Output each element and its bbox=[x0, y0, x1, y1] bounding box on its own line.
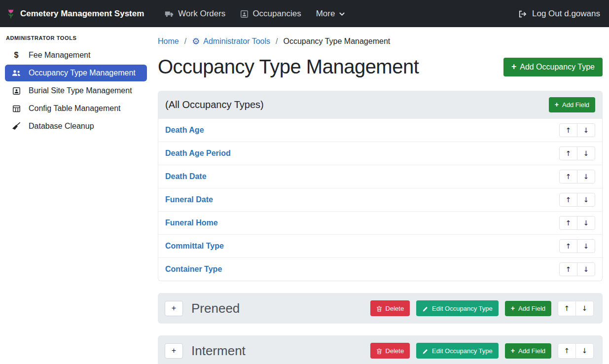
delete-button[interactable]: Delete bbox=[370, 343, 410, 358]
move-down-button[interactable]: ↓ bbox=[575, 343, 594, 359]
field-row: Container Type ↑ ↓ bbox=[158, 258, 602, 281]
truck-icon bbox=[165, 9, 174, 19]
button-label: Add Field bbox=[518, 305, 545, 312]
reorder-button-group: ↑ ↓ bbox=[559, 123, 595, 137]
add-occupancy-type-button[interactable]: + Add Occupancy Type bbox=[503, 58, 603, 76]
down-arrow-icon: ↓ bbox=[583, 127, 589, 134]
expand-button[interactable]: + bbox=[165, 343, 183, 359]
move-down-button[interactable]: ↓ bbox=[577, 216, 595, 230]
sidebar: ADMINISTRATOR TOOLS $ Fee Management Occ… bbox=[0, 27, 152, 364]
breadcrumb-admin-tools-link[interactable]: ⚙ Administrator Tools bbox=[192, 37, 270, 46]
move-down-button[interactable]: ↓ bbox=[577, 239, 595, 253]
reorder-button-group: ↑ ↓ bbox=[559, 146, 595, 160]
field-link[interactable]: Container Type bbox=[165, 265, 222, 274]
sidebar-heading: ADMINISTRATOR TOOLS bbox=[0, 30, 152, 46]
field-row: Funeral Home ↑ ↓ bbox=[158, 212, 602, 235]
logout-label: Log Out d.gowans bbox=[532, 9, 600, 19]
button-label: Delete bbox=[386, 305, 404, 312]
logout-icon bbox=[518, 9, 528, 19]
sidebar-item-label: Config Table Management bbox=[29, 104, 121, 113]
breadcrumb-separator: / bbox=[184, 37, 186, 46]
trash-icon bbox=[376, 347, 382, 354]
occupancy-type-section-preneed: + Preneed Delete bbox=[158, 293, 603, 324]
nav-label: Work Orders bbox=[178, 9, 225, 19]
down-arrow-icon: ↓ bbox=[582, 305, 588, 312]
plus-icon: + bbox=[555, 101, 559, 108]
move-up-button[interactable]: ↑ bbox=[559, 123, 577, 137]
move-up-button[interactable]: ↑ bbox=[559, 239, 577, 253]
app-root: Cemetery Management System Work Orders bbox=[0, 0, 609, 364]
move-up-button[interactable]: ↑ bbox=[558, 301, 576, 316]
breadcrumb-separator: / bbox=[276, 37, 278, 46]
plus-icon: + bbox=[172, 346, 176, 355]
brand-title: Cemetery Management System bbox=[20, 9, 144, 19]
trash-icon bbox=[376, 304, 382, 312]
field-row: Death Age Period ↑ ↓ bbox=[158, 142, 602, 165]
plus-icon: + bbox=[511, 305, 515, 312]
add-field-button[interactable]: + Add Field bbox=[505, 343, 551, 359]
breadcrumb-home-link[interactable]: Home bbox=[158, 37, 179, 46]
section-title: Interment bbox=[191, 343, 246, 359]
edit-occupancy-type-button[interactable]: Edit Occupancy Type bbox=[416, 300, 499, 316]
expand-button[interactable]: + bbox=[165, 301, 183, 316]
field-link[interactable]: Funeral Date bbox=[165, 195, 213, 204]
up-arrow-icon: ↑ bbox=[566, 266, 572, 273]
move-down-button[interactable]: ↓ bbox=[577, 146, 595, 160]
button-label: Add Field bbox=[518, 347, 545, 355]
down-arrow-icon: ↓ bbox=[583, 243, 589, 250]
pencil-icon bbox=[422, 304, 429, 312]
broom-icon bbox=[10, 122, 22, 130]
move-up-button[interactable]: ↑ bbox=[559, 146, 577, 160]
move-up-button[interactable]: ↑ bbox=[559, 262, 577, 276]
breadcrumb-current: Occupancy Type Management bbox=[284, 37, 391, 46]
chevron-down-icon bbox=[339, 9, 345, 19]
occupancy-type-section-interment: + Interment Delete bbox=[158, 335, 603, 364]
sidebar-item-database-cleanup[interactable]: Database Cleanup bbox=[5, 118, 147, 135]
move-down-button[interactable]: ↓ bbox=[577, 193, 595, 207]
nav-work-orders[interactable]: Work Orders bbox=[165, 9, 225, 19]
move-up-button[interactable]: ↑ bbox=[559, 170, 577, 183]
page-title: Occupancy Type Management bbox=[158, 56, 419, 78]
move-up-button[interactable]: ↑ bbox=[559, 216, 577, 230]
reorder-button-group: ↑ ↓ bbox=[559, 262, 595, 276]
sidebar-item-config-table-management[interactable]: Config Table Management bbox=[5, 100, 147, 117]
down-arrow-icon: ↓ bbox=[583, 266, 589, 273]
up-arrow-icon: ↑ bbox=[566, 196, 572, 203]
up-arrow-icon: ↑ bbox=[566, 150, 572, 157]
plus-icon: + bbox=[511, 63, 516, 72]
section-actions: Delete Edit Occupancy Type + bbox=[370, 343, 594, 358]
up-arrow-icon: ↑ bbox=[566, 219, 572, 226]
move-up-button[interactable]: ↑ bbox=[558, 343, 576, 359]
nav-more[interactable]: More bbox=[316, 9, 346, 19]
down-arrow-icon: ↓ bbox=[583, 219, 589, 226]
plus-icon: + bbox=[511, 347, 515, 354]
sidebar-item-label: Fee Management bbox=[29, 51, 90, 60]
edit-occupancy-type-button[interactable]: Edit Occupancy Type bbox=[416, 343, 499, 358]
delete-button[interactable]: Delete bbox=[370, 300, 410, 316]
dollar-icon: $ bbox=[10, 51, 22, 60]
reorder-button-group: ↑ ↓ bbox=[558, 343, 594, 359]
move-down-button[interactable]: ↓ bbox=[575, 301, 594, 316]
field-link[interactable]: Committal Type bbox=[165, 242, 224, 251]
logout-button[interactable]: Log Out d.gowans bbox=[518, 9, 600, 19]
sidebar-item-occupancy-type-management[interactable]: Occupancy Type Management bbox=[5, 65, 147, 81]
brand[interactable]: Cemetery Management System bbox=[6, 8, 144, 19]
add-field-button[interactable]: + Add Field bbox=[549, 97, 595, 112]
field-link[interactable]: Funeral Home bbox=[165, 218, 218, 227]
down-arrow-icon: ↓ bbox=[583, 150, 589, 157]
field-link[interactable]: Death Age bbox=[165, 126, 204, 135]
field-link[interactable]: Death Date bbox=[165, 172, 207, 181]
table-icon bbox=[10, 105, 22, 113]
up-arrow-icon: ↑ bbox=[566, 243, 572, 250]
layout: ADMINISTRATOR TOOLS $ Fee Management Occ… bbox=[0, 27, 609, 364]
sidebar-item-label: Occupancy Type Management bbox=[29, 69, 136, 77]
add-field-button[interactable]: + Add Field bbox=[505, 301, 551, 316]
move-down-button[interactable]: ↓ bbox=[577, 262, 595, 276]
move-down-button[interactable]: ↓ bbox=[577, 123, 595, 137]
field-link[interactable]: Death Age Period bbox=[165, 149, 231, 158]
nav-occupancies[interactable]: Occupancies bbox=[240, 9, 301, 19]
move-up-button[interactable]: ↑ bbox=[559, 193, 577, 207]
sidebar-item-burial-site-type-management[interactable]: Burial Site Type Management bbox=[5, 82, 147, 99]
sidebar-item-fee-management[interactable]: $ Fee Management bbox=[5, 47, 147, 64]
move-down-button[interactable]: ↓ bbox=[577, 170, 595, 183]
